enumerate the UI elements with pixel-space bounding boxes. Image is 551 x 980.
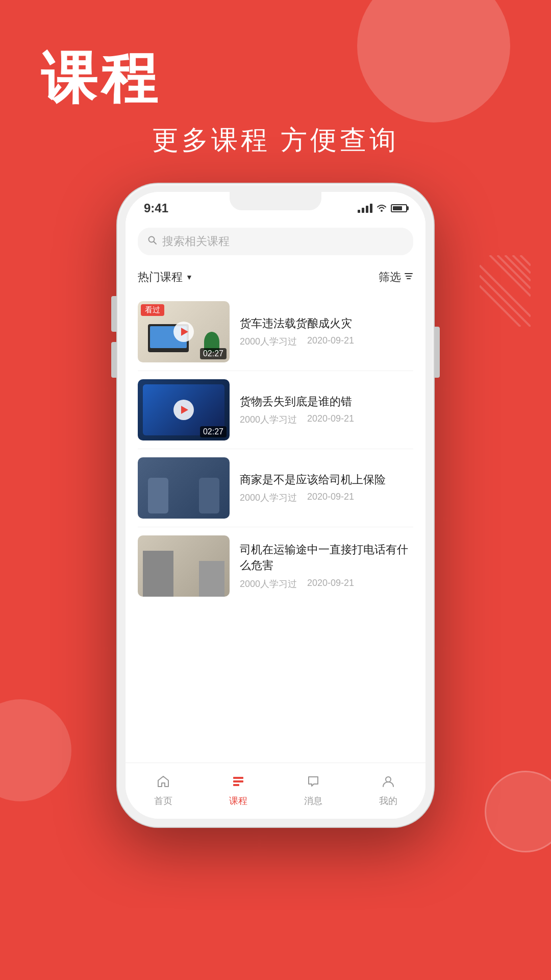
course-info-2: 货物丢失到底是谁的错 2000人学习过 2020-09-21 bbox=[240, 394, 413, 426]
phone-outer-shell: 9:41 bbox=[117, 184, 434, 827]
tab-home-label: 首页 bbox=[154, 795, 172, 807]
page-title: 课程 bbox=[41, 41, 161, 117]
svg-line-9 bbox=[154, 241, 157, 244]
tab-profile[interactable]: 我的 bbox=[369, 771, 408, 811]
course-meta-2: 2000人学习过 2020-09-21 bbox=[240, 413, 413, 426]
duration-badge-1: 02:27 bbox=[200, 348, 227, 359]
course-title-4: 司机在运输途中一直接打电话有什么危害 bbox=[240, 542, 413, 574]
svg-rect-14 bbox=[233, 780, 243, 782]
bg-decoration-circle-top bbox=[357, 0, 510, 122]
tab-courses-label: 课程 bbox=[229, 795, 247, 807]
list-item[interactable]: 司机在运输途中一直接打电话有什么危害 2000人学习过 2020-09-21 bbox=[138, 527, 413, 605]
svg-point-16 bbox=[386, 777, 391, 782]
course-learners-4: 2000人学习过 bbox=[240, 578, 297, 590]
tab-profile-label: 我的 bbox=[379, 795, 397, 807]
search-placeholder-text: 搜索相关课程 bbox=[162, 234, 230, 249]
filter-label: 筛选 bbox=[379, 270, 401, 285]
filter-bar: 热门课程 ▼ 筛选 bbox=[126, 263, 425, 293]
course-info-4: 司机在运输途中一直接打电话有什么危害 2000人学习过 2020-09-21 bbox=[240, 542, 413, 590]
list-item[interactable]: 商家是不是应该给司机上保险 2000人学习过 2020-09-21 bbox=[138, 449, 413, 527]
hot-courses-label: 热门课程 bbox=[138, 270, 183, 285]
profile-icon bbox=[382, 775, 395, 792]
play-button-2[interactable] bbox=[173, 400, 194, 420]
course-title-2: 货物丢失到底是谁的错 bbox=[240, 394, 413, 410]
home-icon bbox=[157, 775, 170, 792]
search-bar[interactable]: 搜索相关课程 bbox=[138, 228, 413, 255]
search-icon bbox=[148, 236, 157, 248]
svg-rect-15 bbox=[233, 784, 239, 786]
phone-screen: 9:41 bbox=[126, 192, 425, 819]
messages-icon bbox=[307, 775, 320, 792]
play-button-1[interactable] bbox=[173, 322, 194, 342]
course-date-1: 2020-09-21 bbox=[307, 335, 354, 348]
tab-home[interactable]: 首页 bbox=[144, 771, 183, 811]
course-thumbnail-1: 看过 02:27 bbox=[138, 301, 230, 362]
duration-badge-2: 02:27 bbox=[200, 426, 227, 437]
search-container: 搜索相关课程 bbox=[126, 219, 425, 263]
course-meta-3: 2000人学习过 2020-09-21 bbox=[240, 492, 413, 504]
course-meta-1: 2000人学习过 2020-09-21 bbox=[240, 335, 413, 348]
watched-badge-1: 看过 bbox=[141, 304, 164, 316]
course-date-4: 2020-09-21 bbox=[307, 578, 354, 590]
list-item[interactable]: 看过 02:27 货车违法载货酿成火灾 2000人学习过 2020-09-21 bbox=[138, 293, 413, 371]
tab-courses[interactable]: 课程 bbox=[219, 771, 258, 811]
course-list: 看过 02:27 货车违法载货酿成火灾 2000人学习过 2020-09-21 bbox=[126, 293, 425, 763]
course-learners-1: 2000人学习过 bbox=[240, 335, 297, 348]
courses-icon bbox=[232, 775, 245, 792]
signal-icon bbox=[358, 204, 372, 213]
course-thumbnail-3 bbox=[138, 457, 230, 519]
hot-courses-dropdown[interactable]: 热门课程 ▼ bbox=[138, 270, 193, 285]
page-subtitle: 更多课程 方便查询 bbox=[0, 122, 551, 158]
wifi-icon bbox=[377, 203, 387, 214]
status-icons bbox=[358, 203, 407, 214]
dropdown-arrow-icon: ▼ bbox=[186, 273, 193, 281]
status-time: 9:41 bbox=[144, 201, 168, 215]
svg-line-7 bbox=[480, 286, 520, 327]
course-info-1: 货车违法载货酿成火灾 2000人学习过 2020-09-21 bbox=[240, 316, 413, 348]
tab-bar: 首页 课程 bbox=[126, 763, 425, 819]
battery-icon bbox=[391, 204, 407, 212]
svg-line-6 bbox=[480, 276, 531, 327]
phone-mockup: 9:41 bbox=[117, 184, 434, 827]
course-learners-2: 2000人学习过 bbox=[240, 413, 297, 426]
course-meta-4: 2000人学习过 2020-09-21 bbox=[240, 578, 413, 590]
course-title-3: 商家是不是应该给司机上保险 bbox=[240, 472, 413, 488]
svg-rect-13 bbox=[233, 777, 243, 779]
list-item[interactable]: 02:27 货物丢失到底是谁的错 2000人学习过 2020-09-21 bbox=[138, 371, 413, 449]
course-title-1: 货车违法载货酿成火灾 bbox=[240, 316, 413, 332]
course-date-2: 2020-09-21 bbox=[307, 413, 354, 426]
course-learners-3: 2000人学习过 bbox=[240, 492, 297, 504]
course-thumbnail-4 bbox=[138, 535, 230, 597]
bg-decoration-circle-bottom-left bbox=[0, 699, 71, 801]
bg-decoration-circle-bottom-right bbox=[485, 771, 551, 852]
phone-notch bbox=[230, 192, 321, 210]
bg-decoration-lines bbox=[480, 255, 531, 327]
tab-messages-label: 消息 bbox=[304, 795, 322, 807]
course-thumbnail-2: 02:27 bbox=[138, 379, 230, 440]
filter-button[interactable]: 筛选 bbox=[379, 270, 413, 285]
course-info-3: 商家是不是应该给司机上保险 2000人学习过 2020-09-21 bbox=[240, 472, 413, 504]
course-date-3: 2020-09-21 bbox=[307, 492, 354, 504]
tab-messages[interactable]: 消息 bbox=[294, 771, 333, 811]
filter-icon bbox=[404, 271, 413, 284]
